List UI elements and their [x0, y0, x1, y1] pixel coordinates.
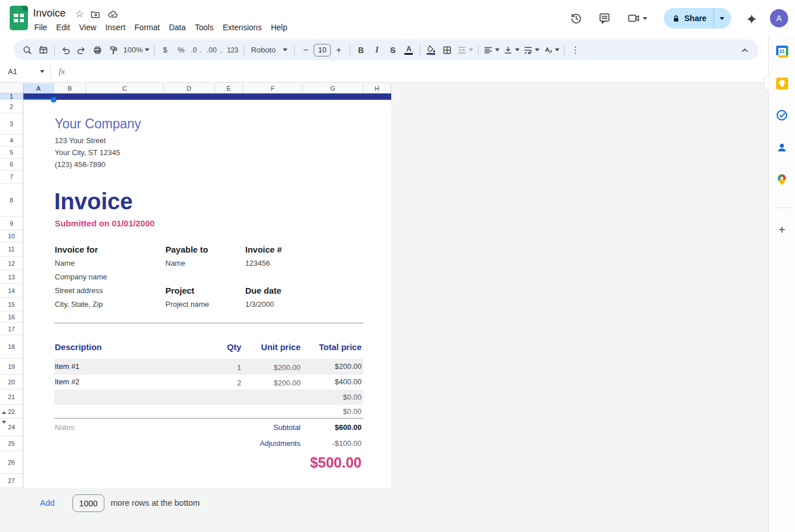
cell-payable-to-label[interactable]: Payable to [165, 242, 208, 257]
cell-invoice-for-name[interactable]: Name [55, 257, 75, 270]
cell-invoice-for-label[interactable]: Invoice for [55, 242, 98, 257]
row-header[interactable]: 15 [0, 298, 23, 311]
table-header-description[interactable]: Description [55, 335, 102, 359]
move-folder-icon[interactable] [90, 9, 100, 19]
horizontal-align-button[interactable] [481, 42, 501, 58]
text-color-button[interactable]: A [401, 42, 417, 58]
cell-project-label[interactable]: Project [165, 284, 194, 298]
cell-adjustments-label[interactable]: Adjustments [241, 436, 301, 451]
document-title[interactable]: Invoice [33, 7, 66, 19]
cell-payable-to-name[interactable]: Name [165, 257, 185, 270]
print-icon[interactable] [90, 42, 106, 58]
cell-due-date[interactable]: 1/3/2000 [245, 298, 274, 311]
column-header-h[interactable]: H [363, 83, 391, 94]
selection-handle[interactable] [51, 97, 56, 103]
video-call-icon[interactable] [624, 10, 650, 26]
row-header[interactable]: 17 [0, 323, 23, 335]
row-header[interactable]: 16 [0, 311, 23, 323]
cell-company-city[interactable]: Your City, ST 12345 [55, 147, 120, 159]
cell-subtotal-value[interactable]: $600.00 [301, 419, 362, 436]
paint-format-icon[interactable] [106, 42, 121, 58]
table-header-unit-price[interactable]: Unit price [241, 335, 301, 359]
row-header[interactable]: 14 [0, 284, 23, 298]
calendar-icon[interactable]: 31 [774, 44, 789, 59]
italic-button[interactable]: I [369, 42, 385, 58]
rows-count-input[interactable] [72, 494, 104, 512]
menu-file[interactable]: File [30, 21, 52, 34]
cell-invoice-no[interactable]: 123456 [245, 257, 270, 270]
menu-view[interactable]: View [75, 21, 101, 34]
side-panel-collapse-tab[interactable] [764, 75, 769, 92]
cloud-saved-icon[interactable] [107, 9, 118, 20]
row-header[interactable]: 18 [0, 335, 23, 359]
increase-font-size-button[interactable]: + [331, 42, 347, 58]
star-icon[interactable]: ☆ [75, 9, 84, 19]
cell-invoice-for-company[interactable]: Company name [55, 270, 107, 284]
row-header[interactable]: 19 [0, 359, 23, 375]
cell-invoice-title[interactable]: Invoice [54, 186, 133, 217]
column-header-g[interactable]: G [303, 83, 363, 94]
format-percent-button[interactable]: % [173, 42, 189, 58]
column-header-b[interactable]: B [54, 83, 86, 94]
search-icon[interactable] [19, 42, 35, 58]
row-header[interactable]: 1 [0, 94, 23, 100]
font-size-input[interactable]: 10 [314, 44, 331, 56]
column-header-f[interactable]: F [243, 83, 303, 94]
collapse-toolbar-icon[interactable] [737, 42, 753, 58]
column-header-c[interactable]: C [86, 83, 164, 94]
borders-button[interactable] [439, 42, 455, 58]
column-header-a[interactable]: A [23, 83, 54, 94]
cell-item-total-price[interactable]: $200.00 [301, 359, 362, 375]
add-addon-icon[interactable]: + [774, 222, 789, 237]
menu-insert[interactable]: Insert [101, 21, 130, 34]
table-header-qty[interactable]: Qty [213, 335, 241, 359]
cell-project-name[interactable]: Project name [165, 298, 209, 311]
vertical-align-button[interactable] [501, 42, 521, 58]
column-header-e[interactable]: E [215, 83, 243, 94]
cell-item-description[interactable]: Item #1 [55, 359, 79, 375]
comments-icon[interactable] [597, 10, 613, 26]
row-header[interactable]: 12 [0, 257, 23, 270]
cell-item-total-price[interactable]: $0.00 [301, 389, 362, 405]
row-header[interactable]: 13 [0, 270, 23, 284]
account-avatar[interactable]: A [770, 9, 788, 27]
cell-item-total-price[interactable]: $400.00 [301, 375, 362, 389]
hidden-row-expand-up[interactable] [2, 411, 6, 414]
row-header[interactable]: 6 [0, 159, 23, 170]
fill-color-button[interactable] [423, 42, 439, 58]
cell-company-street[interactable]: 123 Your Street [55, 135, 106, 147]
row-header[interactable]: 2 [0, 100, 23, 113]
cell-item-unit-price[interactable]: $200.00 [241, 360, 301, 376]
cell-company-name[interactable]: Your Company [55, 113, 141, 135]
cell-subtotal-label[interactable]: Subtotal [241, 419, 301, 436]
cell-notes-label[interactable]: Notes: [55, 419, 76, 436]
menu-edit[interactable]: Edit [52, 21, 75, 34]
add-rows-button[interactable]: Add [40, 494, 55, 512]
cell-invoice-for-street[interactable]: Street address [55, 284, 103, 298]
row-header[interactable]: 21 [0, 389, 23, 405]
row-header[interactable]: 9 [0, 217, 23, 230]
row-header[interactable]: 4 [0, 135, 23, 147]
keep-icon[interactable] [774, 76, 789, 91]
menu-extensions[interactable]: Extensions [218, 21, 266, 34]
row-header[interactable]: 25 [0, 436, 23, 451]
decrease-decimal-button[interactable]: .0← [189, 42, 205, 58]
row-header[interactable]: 3 [0, 113, 23, 135]
text-wrap-button[interactable] [521, 42, 541, 58]
gemini-sparkle-icon[interactable] [744, 11, 760, 27]
font-select[interactable]: Roboto [247, 42, 291, 58]
row-header[interactable]: 26 [0, 451, 23, 474]
more-toolbar-button[interactable]: ⋮ [567, 42, 583, 58]
format-currency-button[interactable]: $ [157, 42, 173, 58]
bold-button[interactable]: B [353, 42, 369, 58]
name-box[interactable]: A1 [0, 67, 50, 76]
strikethrough-button[interactable]: S [385, 42, 401, 58]
cell-invoice-no-label[interactable]: Invoice # [245, 242, 282, 257]
row-header[interactable]: 11 [0, 242, 23, 257]
sheets-logo-icon[interactable] [10, 6, 28, 30]
header-fill-row[interactable] [23, 94, 391, 100]
cell-due-date-label[interactable]: Due date [245, 284, 281, 298]
row-header[interactable]: 20 [0, 375, 23, 389]
contacts-icon[interactable] [774, 140, 789, 155]
row-header[interactable]: 8 [0, 184, 23, 217]
